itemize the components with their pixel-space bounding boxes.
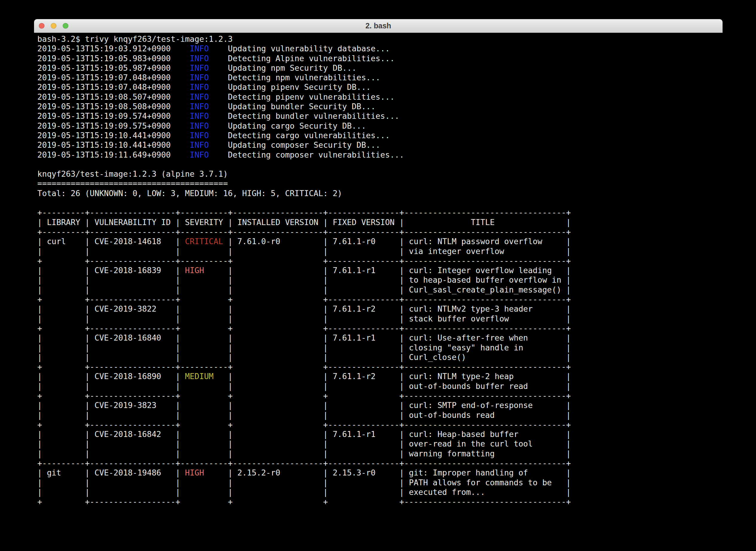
desktop-background: 2. bash bash-3.2$ trivy knqyf263/test-im… [0,0,756,551]
terminal-window: 2. bash bash-3.2$ trivy knqyf263/test-im… [34,19,723,540]
titlebar[interactable]: 2. bash [34,19,723,33]
terminal-line: + +------------------+ + +--------------… [37,420,723,430]
terminal-line: 2019-05-13T15:19:08.507+0900 INFO Detect… [37,92,723,102]
terminal-line: +---------+------------------+----------… [37,208,723,217]
terminal-line: knqyf263/test-image:1.2.3 (alpine 3.7.1) [37,169,723,179]
terminal-line: | | CVE-2019-3823 | | | | curl: SMTP end… [37,401,723,410]
terminal-line: + +------------------+----------+ +-----… [37,256,723,265]
terminal-line: | | | | | | executed from... | [37,487,723,497]
terminal-line: ======================================== [37,179,723,188]
terminal-line: | | CVE-2018-16842 | | | 7.61.1-r1 | cur… [37,430,723,439]
terminal-line: | | | | | | out-of-bounds buffer read | [37,382,723,391]
traffic-lights [39,19,68,33]
terminal-line: | | | | | | out-of-bounds read | [37,410,723,420]
terminal-line: | | CVE-2018-16839 | HIGH | | 7.61.1-r1 … [37,265,723,275]
terminal-line: 2019-05-13T15:19:09.574+0900 INFO Detect… [37,111,723,121]
terminal-line: 2019-05-13T15:19:05.983+0900 INFO Detect… [37,54,723,63]
terminal-screen[interactable]: bash-3.2$ trivy knqyf263/test-image:1.2.… [34,33,723,507]
terminal-line: 2019-05-13T15:19:09.575+0900 INFO Updati… [37,121,723,131]
terminal-line: Total: 26 (UNKNOWN: 0, LOW: 3, MEDIUM: 1… [37,189,723,198]
zoom-button[interactable] [63,23,68,29]
terminal-line: + +------------------+ + +--------------… [37,295,723,304]
terminal-line: | | | | | | Curl_close() | [37,353,723,362]
terminal-line: | curl | CVE-2018-14618 | CRITICAL | 7.6… [37,237,723,246]
terminal-line: | | CVE-2018-16890 | MEDIUM | | 7.61.1-r… [37,372,723,381]
terminal-line: | | CVE-2019-3822 | | | 7.61.1-r2 | curl… [37,304,723,314]
terminal-line: | LIBRARY | VULNERABILITY ID | SEVERITY … [37,217,723,227]
terminal-line [37,160,723,169]
terminal-line: | | | | | | via integer overflow | [37,246,723,256]
terminal-line: 2019-05-13T15:19:08.508+0900 INFO Updati… [37,102,723,111]
terminal-line: bash-3.2$ trivy knqyf263/test-image:1.2.… [37,34,723,44]
terminal-line: | | | | | | stack buffer overflow | [37,314,723,324]
terminal-line: +---------+------------------+----------… [37,459,723,468]
terminal-line [37,198,723,208]
terminal-line: | git | CVE-2018-19486 | HIGH | 2.15.2-r… [37,468,723,478]
terminal-line: + +------------------+ + + +------------… [37,391,723,401]
terminal-line: 2019-05-13T15:19:03.912+0900 INFO Updati… [37,44,723,53]
minimize-button[interactable] [51,23,56,29]
terminal-line: | | | | | | closing "easy" handle in | [37,343,723,353]
terminal-line: | | CVE-2018-16840 | | | 7.61.1-r1 | cur… [37,333,723,343]
terminal-line: | | | | | | Curl_sasl_create_plain_messa… [37,285,723,295]
terminal-line: 2019-05-13T15:19:05.987+0900 INFO Updati… [37,63,723,73]
close-button[interactable] [39,23,44,29]
terminal-line: 2019-05-13T15:19:11.649+0900 INFO Detect… [37,150,723,160]
terminal-line: +---------+------------------+----------… [37,227,723,237]
terminal-line: | | | | | | to heap-based buffer overflo… [37,275,723,285]
terminal-line: 2019-05-13T15:19:10.441+0900 INFO Updati… [37,140,723,150]
terminal-line: 2019-05-13T15:19:07.048+0900 INFO Updati… [37,82,723,92]
terminal-line: | | | | | | over-read in the curl tool | [37,439,723,449]
terminal-line: + +------------------+ + + +------------… [37,497,723,507]
terminal-line: 2019-05-13T15:19:10.441+0900 INFO Detect… [37,131,723,140]
terminal-line: + +------------------+----------+ +-----… [37,362,723,372]
terminal-line: + +------------------+ + +--------------… [37,324,723,333]
terminal-line: 2019-05-13T15:19:07.048+0900 INFO Detect… [37,73,723,82]
terminal-line: | | | | | | PATH allows for commands to … [37,478,723,487]
window-title: 2. bash [365,21,391,30]
terminal-line: | | | | | | warning formatting | [37,449,723,459]
